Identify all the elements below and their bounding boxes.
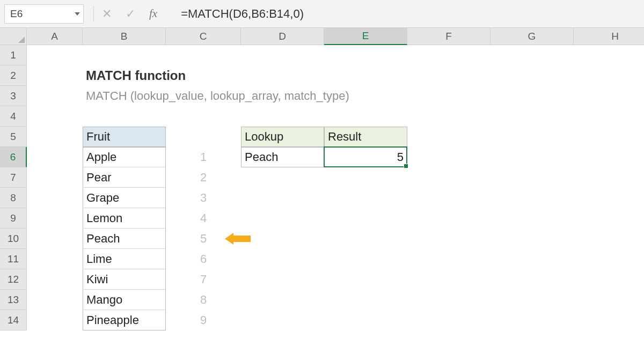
index-number: 4 <box>166 208 241 229</box>
fx-icon[interactable]: fx <box>149 7 157 20</box>
row-header-3[interactable]: 3 <box>0 86 27 106</box>
page-subtitle: MATCH (lookup_value, lookup_array, match… <box>83 86 574 106</box>
index-number: 3 <box>166 188 241 208</box>
name-box-wrap: E6 <box>0 0 88 27</box>
fruit-cell[interactable]: Pineapple <box>83 310 166 330</box>
fruit-cell[interactable]: Mango <box>83 290 166 310</box>
index-number: 6 <box>166 249 241 269</box>
row-header-4[interactable]: 4 <box>0 106 27 127</box>
fruit-cell[interactable]: Lemon <box>83 208 166 229</box>
row-header-5[interactable]: 5 <box>0 127 27 147</box>
row-header-9[interactable]: 9 <box>0 208 27 229</box>
formula-input[interactable]: =MATCH(D6,B6:B14,0) <box>167 0 644 27</box>
cells-area[interactable]: MATCH functionMATCH (lookup_value, looku… <box>27 45 644 337</box>
row-header-2[interactable]: 2 <box>0 65 27 86</box>
row-headers: 1234567891011121314 <box>0 45 27 330</box>
formula-bar-buttons: ✕ ✓ fx <box>99 0 167 27</box>
column-header-C[interactable]: C <box>166 28 241 45</box>
active-cell-ref: E6 <box>10 8 23 20</box>
formula-text: =MATCH(D6,B6:B14,0) <box>181 7 304 21</box>
column-header-E[interactable]: E <box>324 28 407 45</box>
row-header-6[interactable]: 6 <box>0 147 27 167</box>
name-box[interactable]: E6 <box>4 4 84 24</box>
arrow-annotation-icon <box>225 232 255 246</box>
row-header-14[interactable]: 14 <box>0 310 27 330</box>
index-number: 8 <box>166 290 241 310</box>
column-header-H[interactable]: H <box>574 28 644 45</box>
row-header-8[interactable]: 8 <box>0 188 27 208</box>
index-number: 7 <box>166 269 241 290</box>
fruit-table-header[interactable]: Fruit <box>83 127 166 147</box>
formula-bar: E6 ✕ ✓ fx =MATCH(D6,B6:B14,0) <box>0 0 644 28</box>
row-header-7[interactable]: 7 <box>0 167 27 188</box>
cancel-icon[interactable]: ✕ <box>102 7 112 21</box>
row-header-11[interactable]: 11 <box>0 249 27 269</box>
column-headers: ABCDEFGH <box>27 28 644 45</box>
page-title: MATCH function <box>83 65 491 86</box>
index-number: 2 <box>166 167 241 188</box>
column-header-G[interactable]: G <box>491 28 574 45</box>
index-number: 1 <box>166 147 241 167</box>
lookup-value-cell[interactable]: Peach <box>241 147 324 167</box>
enter-icon[interactable]: ✓ <box>126 7 135 21</box>
fruit-cell[interactable]: Grape <box>83 188 166 208</box>
row-header-12[interactable]: 12 <box>0 269 27 290</box>
column-header-A[interactable]: A <box>27 28 83 45</box>
index-number: 9 <box>166 310 241 330</box>
result-header[interactable]: Result <box>324 127 407 147</box>
lookup-header[interactable]: Lookup <box>241 127 324 147</box>
fruit-cell[interactable]: Lime <box>83 249 166 269</box>
formula-bar-divider <box>88 0 99 27</box>
row-header-13[interactable]: 13 <box>0 290 27 310</box>
fruit-cell[interactable]: Apple <box>83 147 166 167</box>
spreadsheet-grid: ABCDEFGH 1234567891011121314 MATCH funct… <box>0 28 644 337</box>
column-header-B[interactable]: B <box>83 28 166 45</box>
name-box-dropdown-icon[interactable] <box>75 12 80 16</box>
fruit-cell[interactable]: Kiwi <box>83 269 166 290</box>
fruit-cell[interactable]: Pear <box>83 167 166 188</box>
result-value-cell[interactable]: 5 <box>324 147 407 167</box>
column-header-D[interactable]: D <box>241 28 324 45</box>
select-all-corner[interactable] <box>0 28 27 45</box>
row-header-10[interactable]: 10 <box>0 229 27 249</box>
column-header-F[interactable]: F <box>407 28 491 45</box>
row-header-1[interactable]: 1 <box>0 45 27 65</box>
fruit-cell[interactable]: Peach <box>83 229 166 249</box>
